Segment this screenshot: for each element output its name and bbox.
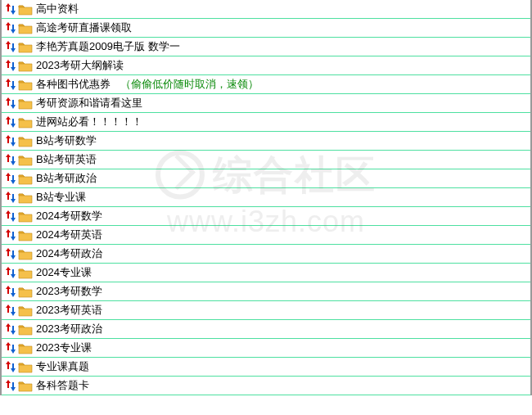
sort-arrows-icon[interactable] [5,285,16,298]
svg-marker-51 [11,237,16,241]
folder-icon [18,361,33,373]
sort-arrows-icon[interactable] [5,21,16,34]
folder-label: 2024考研政治 [36,246,102,261]
folder-row[interactable]: B站专业课 [2,188,530,207]
folder-row[interactable]: 各科答题卡 [2,377,530,395]
folder-row[interactable]: 高途考研直播课领取 [2,19,530,38]
sort-arrows-icon[interactable] [5,341,16,354]
sort-arrows-icon[interactable] [5,323,16,336]
sort-arrows-icon[interactable] [5,191,16,204]
svg-marker-12 [6,60,11,63]
svg-marker-59 [11,274,16,278]
folder-row[interactable]: 2024专业课 [2,264,530,282]
svg-marker-76 [6,361,11,364]
svg-rect-5 [7,25,9,30]
svg-rect-18 [12,81,14,86]
folder-row[interactable]: 李艳芳真题2009电子版 数学一 [2,38,530,56]
folder-icon [18,229,33,241]
svg-rect-41 [7,195,9,200]
folder-row[interactable]: 考研资源和谐请看这里 [2,94,530,113]
sort-arrows-icon[interactable] [5,78,16,91]
sort-arrows-icon[interactable] [5,379,16,392]
sort-arrows-icon[interactable] [5,210,16,223]
svg-rect-70 [12,326,14,331]
svg-rect-33 [7,157,9,162]
folder-row[interactable]: 进网站必看！！！！！ [2,113,530,132]
svg-marker-83 [11,387,16,391]
folder-label: 2023考研英语 [36,303,102,318]
svg-marker-35 [11,161,16,165]
svg-rect-62 [12,288,14,293]
svg-marker-28 [6,135,11,138]
svg-rect-25 [7,120,9,124]
sort-arrows-icon[interactable] [5,172,16,185]
svg-marker-67 [11,312,16,316]
folder-row[interactable]: 2023考研政治 [2,320,530,339]
sort-arrows-icon[interactable] [5,97,16,110]
svg-marker-64 [6,304,11,308]
svg-rect-81 [7,383,9,388]
svg-marker-75 [11,350,16,354]
folder-row[interactable]: 2024考研政治 [2,245,530,264]
folder-row[interactable]: 2023考研大纲解读 [2,56,530,75]
svg-rect-49 [7,232,9,237]
svg-rect-61 [7,289,9,294]
svg-rect-9 [7,44,9,49]
folder-row[interactable]: 2023考研数学 [2,282,530,301]
sort-arrows-icon[interactable] [5,304,16,317]
folder-row[interactable]: 各种图书优惠券（偷偷低价随时取消，速领） [2,75,530,94]
svg-rect-22 [12,100,14,105]
folder-label: 2023考研政治 [36,322,102,336]
svg-marker-48 [6,229,11,232]
folder-label: 2023考研数学 [36,284,102,299]
folder-row[interactable]: B站考研数学 [2,132,530,151]
svg-marker-3 [11,11,16,15]
folder-row[interactable]: 专业课真题 [2,358,530,377]
sort-arrows-icon[interactable] [5,247,16,260]
folder-icon [18,304,33,317]
folder-icon [18,154,33,166]
folder-label: 高途考研直播课领取 [36,20,132,35]
svg-rect-65 [7,308,9,313]
svg-rect-53 [7,251,9,256]
sort-arrows-icon[interactable] [5,153,16,166]
sort-arrows-icon[interactable] [5,228,16,241]
svg-marker-16 [6,79,11,82]
svg-rect-82 [12,382,14,387]
sort-arrows-icon[interactable] [5,59,16,72]
folder-row[interactable]: B站考研英语 [2,151,530,169]
folder-row[interactable]: 2023专业课 [2,339,530,358]
svg-marker-19 [11,86,16,90]
folder-icon [18,210,33,223]
folder-row[interactable]: B站考研政治 [2,169,530,188]
svg-marker-55 [11,255,16,259]
folder-label: 2023考研大纲解读 [36,58,124,73]
svg-rect-26 [12,119,14,124]
svg-marker-20 [6,97,11,101]
svg-marker-40 [6,192,11,195]
folder-icon [18,79,33,91]
svg-rect-50 [12,232,14,237]
sort-arrows-icon[interactable] [5,360,16,373]
folder-row[interactable]: 2024考研英语 [2,226,530,245]
svg-marker-8 [6,41,11,44]
svg-rect-13 [7,63,9,68]
svg-rect-14 [12,62,14,67]
sort-arrows-icon[interactable] [5,134,16,147]
folder-label: 专业课真题 [36,359,89,374]
folder-row[interactable]: 2024考研数学 [2,207,530,226]
svg-rect-42 [12,194,14,199]
folder-label: 2023专业课 [36,341,92,355]
folder-icon [18,192,33,204]
svg-marker-15 [11,67,16,71]
folder-label: B站考研数学 [36,133,97,148]
svg-rect-46 [12,213,14,218]
folder-row[interactable]: 2023考研英语 [2,301,530,320]
svg-marker-80 [6,380,11,383]
sort-arrows-icon[interactable] [5,2,16,16]
sort-arrows-icon[interactable] [5,266,16,279]
svg-rect-29 [7,138,9,143]
sort-arrows-icon[interactable] [5,115,16,129]
sort-arrows-icon[interactable] [5,40,16,53]
folder-row[interactable]: 高中资料 [2,0,530,19]
